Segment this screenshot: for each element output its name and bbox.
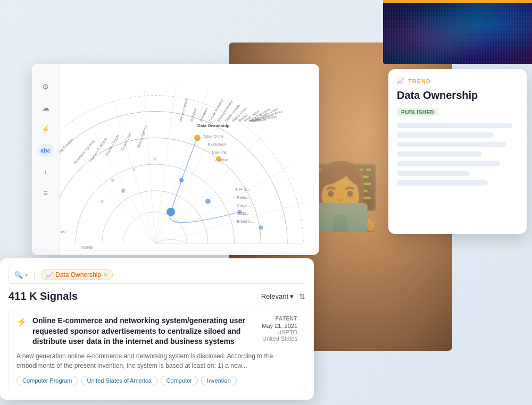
- svg-text:Innovation: Innovation: [199, 107, 208, 122]
- search-tag-label: Data Ownership: [55, 271, 101, 279]
- svg-text:People People: People People: [104, 134, 120, 157]
- svg-text:Brand C...: Brand C...: [237, 220, 254, 223]
- svg-point-45: [132, 168, 135, 171]
- svg-text:Crispr...: Crispr...: [237, 204, 250, 208]
- signals-header: 411 K Signals Relevant ▾ ⇅: [9, 290, 305, 302]
- content-line-5: [397, 161, 500, 166]
- signal-item-header: ⚡ Online E-commerce and networking syste…: [16, 316, 297, 347]
- svg-line-10: [65, 138, 155, 243]
- svg-text:Memory Clusters: Memory Clusters: [179, 98, 188, 122]
- svg-point-36: [216, 156, 221, 162]
- signal-meta: PATENT May 21, 2021 USPTOUnited States: [262, 316, 297, 342]
- svg-text:Back the...: Back the...: [212, 150, 230, 154]
- svg-point-43: [111, 179, 114, 182]
- signal-date: May 21, 2021: [262, 323, 297, 329]
- search-tag[interactable]: 📈 Data Ownership ✕: [41, 269, 113, 280]
- trend-icon: 📈: [397, 78, 405, 85]
- signal-source: USPTOUnited States: [262, 329, 297, 342]
- tag-trend-icon: 📈: [46, 272, 53, 279]
- trend-label: 📈 TREND: [397, 78, 518, 85]
- content-line-2: [397, 132, 494, 138]
- svg-text:Retro...: Retro...: [237, 196, 250, 199]
- svg-line-7: [144, 90, 155, 244]
- signal-tag-computer[interactable]: Computer: [161, 376, 198, 385]
- window-controls: [32, 64, 319, 79]
- radar-sidebar: ⚙ ☁ ⚡ abc ↓ ≡: [32, 64, 60, 255]
- tech-image: [383, 0, 532, 64]
- sort-arrow: ▾: [290, 292, 294, 300]
- svg-text:Biological: Biological: [189, 108, 197, 122]
- search-icon: 🔍: [14, 271, 23, 279]
- list-icon[interactable]: ≡: [40, 187, 52, 199]
- svg-text:Data Ownership: Data Ownership: [197, 123, 230, 128]
- filter-icon[interactable]: ⇅: [299, 292, 305, 301]
- svg-text:Space Agency: Space Agency: [136, 125, 148, 149]
- signals-count: 411 K Signals: [9, 290, 78, 302]
- search-tag-close[interactable]: ✕: [103, 272, 108, 279]
- content-line-1: [397, 123, 512, 128]
- trend-title: Data Ownership: [397, 89, 518, 102]
- published-badge: PUBLISHED: [397, 108, 438, 116]
- orange-accent-bar: [383, 0, 532, 3]
- settings-icon[interactable]: ⚙: [40, 81, 52, 92]
- svg-point-39: [205, 199, 211, 204]
- svg-text:Smart Cities: Smart Cities: [120, 131, 132, 151]
- lightning-icon[interactable]: ⚡: [40, 123, 52, 135]
- signal-lightning-icon: ⚡: [16, 317, 27, 327]
- content-line-7: [397, 180, 488, 185]
- text-icon[interactable]: abc: [40, 145, 52, 156]
- abc-badge: abc: [38, 146, 53, 155]
- signal-tag-computer-program[interactable]: Computer Program: [16, 376, 78, 385]
- radar-visualization: Big Browser Mountain Opening Human Poten…: [60, 79, 319, 255]
- content-line-3: [397, 142, 506, 147]
- signal-tag-usa[interactable]: United States of America: [81, 376, 157, 385]
- search-divider: [34, 271, 35, 279]
- signals-sort: Relevant ▾ ⇅: [261, 292, 305, 301]
- search-bar[interactable]: 🔍 ▾ 📈 Data Ownership ✕: [9, 266, 305, 284]
- tech-image-overlay: [383, 0, 532, 64]
- svg-point-47: [259, 226, 263, 230]
- svg-text:Big Browser: Big Browser: [60, 137, 74, 155]
- signal-tags: Computer Program United States of Americ…: [16, 376, 297, 385]
- svg-text:VERY LOW: VERY LOW: [60, 229, 66, 234]
- signal-title[interactable]: Online E-commerce and networking system/…: [32, 316, 256, 347]
- search-icon-wrap: 🔍 ▾: [14, 271, 28, 279]
- trend-card: 📈 TREND Data Ownership PUBLISHED: [388, 69, 527, 234]
- svg-line-8: [113, 101, 155, 244]
- signals-card: 🔍 ▾ 📈 Data Ownership ✕ 411 K Signals Rel…: [0, 258, 314, 400]
- svg-text:Blockchain: Blockchain: [208, 142, 226, 146]
- svg-point-44: [153, 157, 156, 161]
- svg-text:★ HIG...: ★ HIG...: [235, 187, 251, 192]
- svg-text:Cyber Crime: Cyber Crime: [203, 134, 223, 139]
- sort-relevant-button[interactable]: Relevant ▾: [261, 292, 294, 300]
- svg-line-9: [86, 116, 155, 243]
- signal-item: ⚡ Online E-commerce and networking syste…: [9, 309, 305, 392]
- trend-text: TREND: [408, 78, 431, 85]
- radar-card: ⚙ ☁ ⚡ abc ↓ ≡: [32, 64, 319, 255]
- signal-type: PATENT: [262, 316, 297, 322]
- signal-tag-invention[interactable]: Invention: [201, 376, 237, 385]
- trend-content-lines: [397, 123, 518, 185]
- download-icon[interactable]: ↓: [40, 166, 52, 178]
- content-line-4: [397, 151, 482, 157]
- content-line-6: [397, 171, 470, 176]
- svg-point-42: [101, 200, 104, 203]
- search-dropdown-arrow: ▾: [25, 272, 28, 278]
- cloud-icon[interactable]: ☁: [40, 102, 52, 114]
- svg-point-41: [121, 189, 126, 193]
- svg-text:IoT Devices: IoT Devices: [249, 119, 266, 123]
- sort-label: Relevant: [261, 292, 288, 300]
- svg-text:NONE: NONE: [81, 245, 93, 250]
- signal-description: A new generation online e-commerce and n…: [16, 351, 297, 370]
